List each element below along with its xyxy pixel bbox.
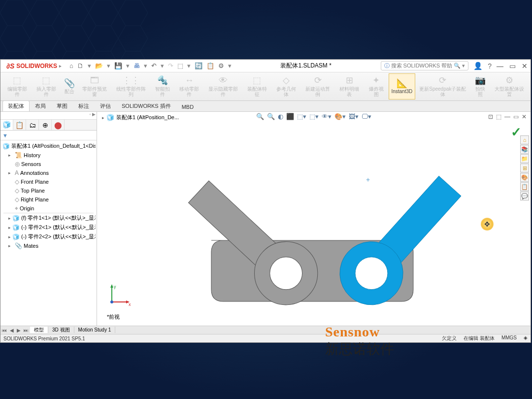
help-icon[interactable]: ?: [488, 62, 492, 70]
command-tab-4[interactable]: 评估: [95, 100, 116, 111]
new-icon[interactable]: 🗋: [77, 62, 84, 69]
minimize-button[interactable]: —: [497, 62, 503, 70]
tree-item-3[interactable]: ◇Front Plane: [1, 177, 96, 186]
command-tab-1[interactable]: 布局: [30, 100, 51, 111]
ribbon-button-13[interactable]: 📐Instant3D: [389, 73, 416, 100]
display-manager-tab[interactable]: ⬤: [52, 120, 65, 130]
filter-icon[interactable]: ▼: [2, 133, 8, 138]
tree-item-4[interactable]: ◇Top Plane: [1, 186, 96, 195]
breadcrumb[interactable]: ▸ 🧊 装配体1 (AltPosition_De...: [102, 114, 179, 121]
print-icon[interactable]: 🖶: [133, 62, 140, 69]
select-icon[interactable]: ⬚: [177, 62, 183, 69]
tree-arrow-icon: ▸: [8, 225, 11, 230]
tab-next-icon[interactable]: ▶: [15, 328, 22, 333]
section-view-icon[interactable]: ⬛: [286, 113, 294, 120]
maximize-button[interactable]: ▭: [509, 62, 516, 70]
command-tab-0[interactable]: 装配体: [2, 100, 30, 111]
ribbon-button-12[interactable]: ✦爆炸视图: [364, 73, 389, 100]
ribbon-button-9[interactable]: ◇参考几何体: [271, 73, 300, 100]
property-manager-tab[interactable]: 📋: [13, 120, 26, 130]
vp-close-icon[interactable]: ✕: [522, 113, 527, 120]
ribbon-button-5[interactable]: 🔩智能扣件: [150, 73, 175, 100]
tree-item-9[interactable]: ▸🧊(-) 零件2<2> (默认<<默认>_显示状: [1, 232, 96, 241]
zoom-fit-icon[interactable]: 🔍: [256, 113, 264, 120]
config-manager-tab[interactable]: 🗂: [26, 120, 39, 130]
feature-manager-panel: ◦ ▶ 🧊 📋 🗂 ⊕ ⬤ ▼ 🧊 装配体1 (AltPosition_Defa…: [0, 112, 97, 326]
view-orient-icon[interactable]: ⬚▾: [297, 113, 306, 120]
tree-item-0[interactable]: ▸📜History: [1, 151, 96, 160]
open-icon[interactable]: 📂: [95, 62, 103, 69]
status-units[interactable]: MMGS: [501, 335, 517, 342]
feature-manager-tab[interactable]: 🧊: [0, 120, 13, 130]
ribbon-button-3[interactable]: 🗔零部件预览窗: [78, 73, 112, 100]
tree-root[interactable]: 🧊 装配体1 (AltPosition_Default_1<Displ: [1, 141, 96, 151]
breadcrumb-label: 装配体1 (AltPosition_De...: [116, 114, 179, 121]
ribbon-button-4[interactable]: ⋮⋮线性零部件阵列: [111, 73, 150, 100]
command-tab-6[interactable]: MBD: [176, 102, 199, 111]
close-button[interactable]: ✕: [522, 62, 528, 70]
ribbon-icon-4: ⋮⋮: [122, 76, 140, 86]
ribbon-button-7[interactable]: 👁显示隐藏零部件: [204, 73, 242, 100]
ribbon-button-6[interactable]: ↔移动零部件: [174, 73, 203, 100]
command-tab-3[interactable]: 标注: [73, 100, 95, 111]
ribbon-label-3: 零部件预览窗: [81, 86, 109, 97]
bottom-tab-1[interactable]: 3D 视图: [48, 327, 74, 333]
ribbon-button-16[interactable]: ⚙大型装配体设置: [490, 73, 529, 100]
vp-restore-icon[interactable]: ⊡: [488, 113, 493, 120]
graphics-viewport[interactable]: ▸ 🧊 装配体1 (AltPosition_De... ⊡ ⬚ — ▭ ✕ 🔍 …: [97, 112, 531, 326]
ribbon-label-12: 爆炸视图: [367, 86, 386, 97]
vp-min-icon[interactable]: —: [504, 113, 510, 120]
vp-max-icon[interactable]: ⬚: [496, 113, 501, 120]
ribbon-button-10[interactable]: ⟳新建运动算例: [301, 73, 335, 100]
ribbon-button-11[interactable]: ⊞材料明细表: [334, 73, 364, 100]
rebuild-icon[interactable]: 🔄: [195, 62, 202, 69]
redo-icon[interactable]: ↷: [168, 62, 173, 69]
ribbon-button-1[interactable]: ⬚插入零部件: [32, 73, 61, 100]
tree-item-label: (f) 零件1<1> (默认<<默认>_显示状: [21, 214, 96, 222]
bottom-tab-0[interactable]: 模型: [30, 327, 48, 333]
ribbon-button-2[interactable]: 📎配合: [61, 73, 78, 100]
home-icon[interactable]: ⌂: [69, 62, 73, 69]
ribbon-label-13: Instant3D: [391, 89, 412, 94]
options-icon[interactable]: 📋: [206, 62, 214, 69]
tree-item-5[interactable]: ◇Right Plane: [1, 195, 96, 204]
panel-collapse-icon[interactable]: ◦ ▶: [89, 112, 96, 119]
zoom-area-icon[interactable]: 🔍: [267, 113, 275, 120]
tab-first-icon[interactable]: ⏮: [0, 328, 8, 333]
search-box[interactable]: ⓘ 搜索 SOLIDWORKS 帮助 🔍 ▾: [381, 61, 469, 70]
undo-icon[interactable]: ↶: [151, 62, 157, 69]
command-tab-5[interactable]: SOLIDWORKS 插件: [116, 100, 176, 111]
ribbon-button-15[interactable]: 📷拍快照: [470, 73, 490, 100]
ribbon-button-0[interactable]: ⬚编辑零部件: [2, 73, 32, 100]
tree-item-8[interactable]: ▸🧊(-) 零件2<1> (默认<<默认>_显示状: [1, 223, 96, 232]
hide-show-icon[interactable]: 👁▾: [322, 113, 332, 120]
search-icon: 🔍: [454, 63, 461, 69]
status-gear-icon[interactable]: ◈: [524, 335, 528, 342]
tree-item-7[interactable]: ▸🧊(f) 零件1<1> (默认<<默认>_显示状: [1, 213, 96, 223]
app-logo[interactable]: ∂S SOLIDWORKS ▸: [3, 62, 65, 70]
tree-item-6[interactable]: ⌖Origin: [1, 204, 96, 213]
dimxpert-tab[interactable]: ⊕: [39, 120, 52, 130]
command-tab-2[interactable]: 草图: [51, 100, 73, 111]
view-settings-icon[interactable]: 🖵▾: [362, 113, 371, 120]
svg-point-15: [110, 300, 113, 303]
tree-arrow-icon: ▸: [8, 216, 11, 221]
display-style-icon[interactable]: ⬚▾: [309, 113, 319, 120]
ribbon-button-14[interactable]: ⟳更新Speedpak子装配体: [415, 73, 470, 100]
panel-tab-row: 🧊 📋 🗂 ⊕ ⬤: [0, 120, 97, 131]
apply-scene-icon[interactable]: 🖼▾: [349, 113, 359, 120]
save-icon[interactable]: 💾: [114, 62, 122, 69]
settings-icon[interactable]: ⚙: [218, 62, 224, 69]
bottom-tab-2[interactable]: Motion Study 1: [74, 327, 116, 333]
search-placeholder: 搜索 SOLIDWORKS 帮助: [391, 62, 453, 69]
vp-resize-icon[interactable]: ▭: [513, 113, 519, 120]
edit-appearance-icon[interactable]: 🎨▾: [334, 113, 346, 120]
prev-view-icon[interactable]: ◐: [278, 113, 283, 120]
ribbon-button-8[interactable]: ⬚装配体特征: [242, 73, 271, 100]
tree-item-10[interactable]: ▸📎Mates: [1, 241, 96, 250]
tree-item-1[interactable]: ◎Sensors: [1, 160, 96, 168]
user-icon[interactable]: 👤: [473, 62, 483, 70]
tab-last-icon[interactable]: ⏭: [22, 328, 30, 333]
tab-prev-icon[interactable]: ◀: [8, 328, 15, 333]
tree-item-2[interactable]: ▸AAnnotations: [1, 168, 96, 177]
